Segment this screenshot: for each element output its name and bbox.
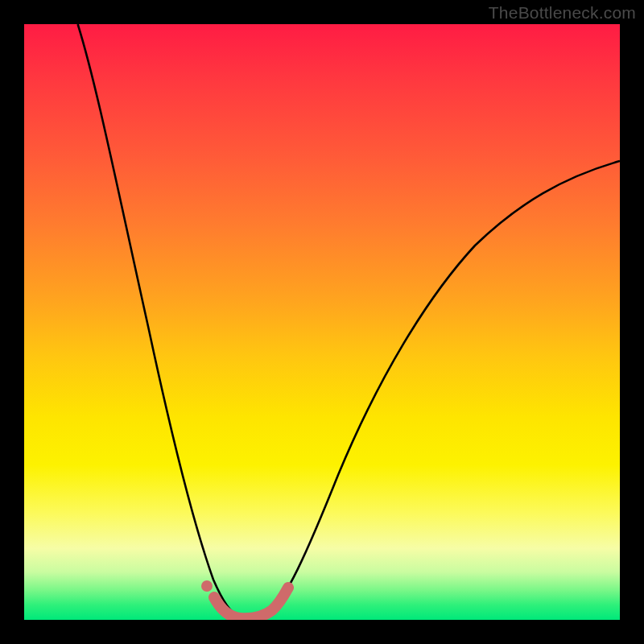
curve-layer [24, 24, 620, 620]
bottleneck-curve [78, 24, 620, 617]
plot-area [24, 24, 620, 620]
svg-point-0 [201, 580, 213, 592]
optimal-highlight [201, 580, 288, 618]
watermark-text: TheBottleneck.com [489, 3, 636, 23]
chart-frame: TheBottleneck.com [0, 0, 644, 644]
